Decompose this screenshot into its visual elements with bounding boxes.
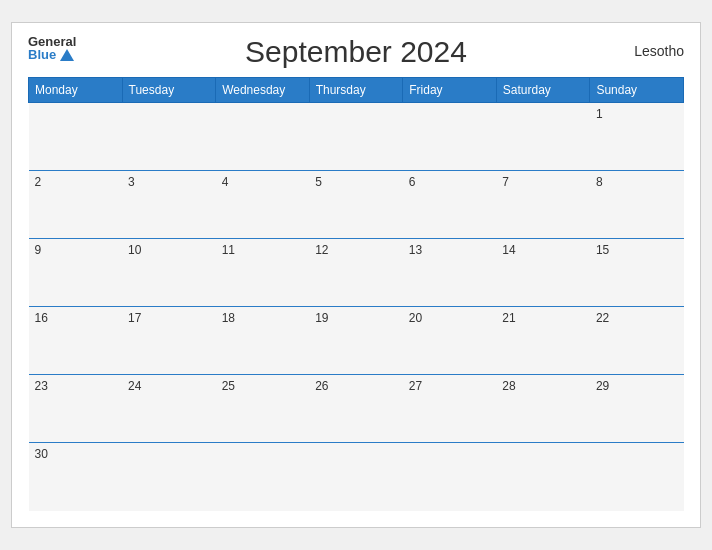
calendar-day-cell <box>309 103 403 171</box>
day-number: 17 <box>128 311 141 325</box>
calendar-day-cell <box>122 443 216 511</box>
day-number: 29 <box>596 379 609 393</box>
calendar-day-cell: 20 <box>403 307 497 375</box>
calendar-day-cell: 11 <box>216 239 310 307</box>
day-number: 20 <box>409 311 422 325</box>
calendar-day-cell: 16 <box>29 307 123 375</box>
day-number: 3 <box>128 175 135 189</box>
header-thursday: Thursday <box>309 78 403 103</box>
calendar-day-cell: 25 <box>216 375 310 443</box>
calendar-day-cell: 26 <box>309 375 403 443</box>
calendar-day-cell: 24 <box>122 375 216 443</box>
country-label: Lesotho <box>634 43 684 59</box>
calendar-day-cell: 22 <box>590 307 684 375</box>
day-number: 5 <box>315 175 322 189</box>
day-number: 26 <box>315 379 328 393</box>
calendar-day-cell: 7 <box>496 171 590 239</box>
calendar-day-cell: 6 <box>403 171 497 239</box>
calendar-day-cell: 27 <box>403 375 497 443</box>
calendar-day-cell: 30 <box>29 443 123 511</box>
calendar-day-cell <box>216 103 310 171</box>
day-number: 12 <box>315 243 328 257</box>
calendar-title: September 2024 <box>245 35 467 69</box>
calendar-day-cell: 9 <box>29 239 123 307</box>
calendar-day-cell <box>403 443 497 511</box>
calendar-day-cell: 17 <box>122 307 216 375</box>
day-number: 7 <box>502 175 509 189</box>
calendar-day-cell: 29 <box>590 375 684 443</box>
calendar-day-cell <box>403 103 497 171</box>
day-number: 4 <box>222 175 229 189</box>
calendar-header: General Blue September 2024 Lesotho <box>28 35 684 69</box>
logo-blue-text: Blue <box>28 48 76 61</box>
calendar-week-row: 9101112131415 <box>29 239 684 307</box>
day-number: 15 <box>596 243 609 257</box>
day-number: 2 <box>35 175 42 189</box>
calendar-day-cell: 1 <box>590 103 684 171</box>
calendar-day-cell <box>496 443 590 511</box>
calendar-day-cell: 13 <box>403 239 497 307</box>
calendar-day-cell: 4 <box>216 171 310 239</box>
day-number: 22 <box>596 311 609 325</box>
day-number: 27 <box>409 379 422 393</box>
calendar-day-cell: 21 <box>496 307 590 375</box>
logo-triangle-icon <box>60 49 74 61</box>
calendar-day-cell: 12 <box>309 239 403 307</box>
calendar-grid: Monday Tuesday Wednesday Thursday Friday… <box>28 77 684 511</box>
calendar-day-cell: 5 <box>309 171 403 239</box>
logo: General Blue <box>28 35 76 61</box>
day-number: 9 <box>35 243 42 257</box>
calendar-week-row: 1 <box>29 103 684 171</box>
day-number: 19 <box>315 311 328 325</box>
day-number: 28 <box>502 379 515 393</box>
header-friday: Friday <box>403 78 497 103</box>
day-number: 1 <box>596 107 603 121</box>
day-number: 24 <box>128 379 141 393</box>
calendar-body: 1234567891011121314151617181920212223242… <box>29 103 684 511</box>
calendar-day-cell: 10 <box>122 239 216 307</box>
day-number: 8 <box>596 175 603 189</box>
calendar-week-row: 30 <box>29 443 684 511</box>
calendar-day-cell: 19 <box>309 307 403 375</box>
calendar-week-row: 2345678 <box>29 171 684 239</box>
calendar-day-cell: 3 <box>122 171 216 239</box>
calendar-day-cell <box>309 443 403 511</box>
day-number: 16 <box>35 311 48 325</box>
day-number: 30 <box>35 447 48 461</box>
calendar-day-cell: 2 <box>29 171 123 239</box>
day-number: 6 <box>409 175 416 189</box>
day-number: 13 <box>409 243 422 257</box>
calendar-day-cell: 14 <box>496 239 590 307</box>
calendar-day-cell: 8 <box>590 171 684 239</box>
day-number: 14 <box>502 243 515 257</box>
day-number: 18 <box>222 311 235 325</box>
weekday-header-row: Monday Tuesday Wednesday Thursday Friday… <box>29 78 684 103</box>
header-wednesday: Wednesday <box>216 78 310 103</box>
day-number: 10 <box>128 243 141 257</box>
calendar-day-cell: 23 <box>29 375 123 443</box>
day-number: 23 <box>35 379 48 393</box>
day-number: 25 <box>222 379 235 393</box>
header-sunday: Sunday <box>590 78 684 103</box>
calendar-day-cell: 15 <box>590 239 684 307</box>
calendar-week-row: 16171819202122 <box>29 307 684 375</box>
calendar-day-cell <box>29 103 123 171</box>
header-saturday: Saturday <box>496 78 590 103</box>
header-monday: Monday <box>29 78 123 103</box>
calendar-day-cell <box>496 103 590 171</box>
calendar-day-cell <box>216 443 310 511</box>
calendar-day-cell: 28 <box>496 375 590 443</box>
calendar-day-cell <box>122 103 216 171</box>
day-number: 11 <box>222 243 235 257</box>
calendar-container: General Blue September 2024 Lesotho Mond… <box>11 22 701 528</box>
calendar-day-cell <box>590 443 684 511</box>
calendar-day-cell: 18 <box>216 307 310 375</box>
day-number: 21 <box>502 311 515 325</box>
header-tuesday: Tuesday <box>122 78 216 103</box>
calendar-week-row: 23242526272829 <box>29 375 684 443</box>
